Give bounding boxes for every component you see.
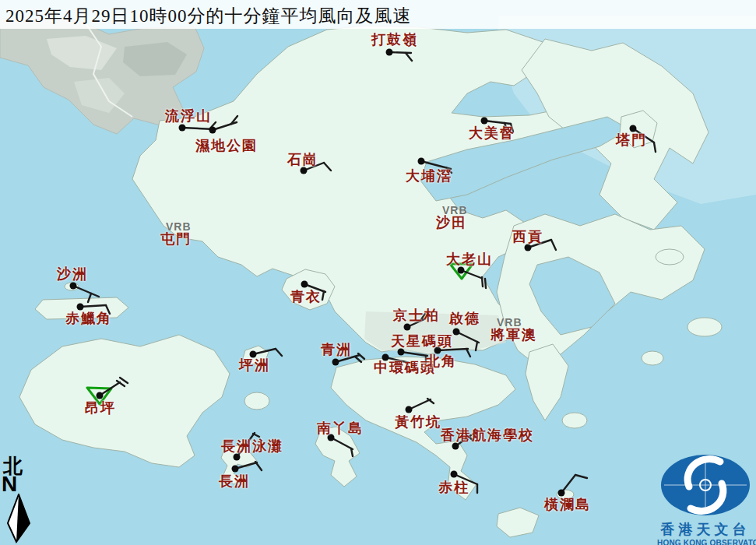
station-label: 沙洲 [57, 267, 88, 281]
vrb-indicator: VRB [442, 205, 468, 216]
station-label: 橫瀾島 [544, 498, 591, 512]
station-label: 赤柱 [438, 480, 469, 494]
station-label: 屯門 [160, 232, 192, 246]
station-label: 赤鱲角 [65, 311, 112, 325]
station-label: 大美督 [469, 126, 515, 140]
station-label: 京士柏 [393, 308, 440, 322]
station-label: 西貢 [512, 230, 543, 244]
station-label: 流浮山 [165, 109, 212, 123]
hko-name-en: HONG KONG OBSERVATORY [657, 539, 754, 545]
station-label: 塔門 [616, 133, 647, 147]
vrb-indicator: VRB [497, 317, 522, 328]
station-label: 石崗 [287, 153, 318, 167]
hko-logo: 香港天文台 HONG KONG OBSERVATORY [657, 454, 754, 543]
islet [562, 413, 587, 428]
islet [244, 392, 269, 410]
islet [642, 351, 663, 365]
station-label: 坪洲 [239, 358, 270, 372]
station-label: 昂坪 [85, 401, 116, 415]
station-label: 南丫島 [317, 421, 364, 435]
wind-map: 打鼓嶺流浮山濕地公園石崗大美督塔門大埔滘VRB沙田VRB屯門西貢大老山沙洲赤鱲角… [0, 0, 756, 545]
station-label: 黃竹坑 [395, 415, 441, 429]
islet [687, 318, 722, 336]
station-label: 青衣 [290, 290, 322, 304]
station-label: 香港航海學校 [441, 428, 534, 442]
station-label: 長洲 [219, 474, 250, 488]
station-label: 打鼓嶺 [371, 33, 418, 47]
hko-name-cn: 香港天文台 [657, 520, 754, 539]
base-map [0, 0, 756, 545]
station-label: 青洲 [321, 343, 352, 357]
islet [656, 249, 684, 265]
station-label: 長洲泳灘 [221, 439, 283, 453]
station-label: 啟德 [449, 311, 480, 325]
vrb-indicator: VRB [166, 221, 192, 232]
station-label: 濕地公園 [195, 139, 258, 153]
station-label: 將軍澳 [491, 328, 537, 342]
compass-needle-icon [6, 494, 34, 543]
hko-logo-icon [658, 454, 753, 516]
station-label: 天星碼頭 [391, 334, 453, 348]
station-label: 大老山 [446, 252, 493, 266]
sha-chau-islet [65, 283, 79, 290]
map-title: 2025年4月29日10時00分的十分鐘平均風向及風速 [5, 4, 412, 28]
station-label: 沙田 [436, 216, 467, 230]
station-label: 大埔滘 [406, 169, 452, 183]
station-label: 北角 [426, 354, 457, 368]
